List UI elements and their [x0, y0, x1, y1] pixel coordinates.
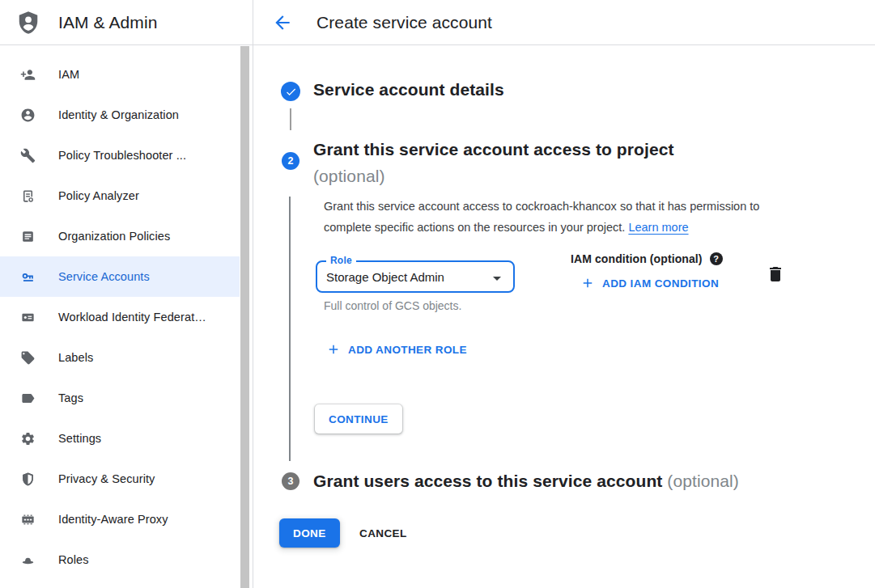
step1-title: Service account details [313, 80, 504, 99]
sidebar-item-labels[interactable]: Labels [0, 337, 240, 378]
sidebar-item-label: Tags [58, 391, 83, 404]
roles-hat-icon [19, 552, 36, 568]
sidebar-item-workload-identity-federat[interactable]: Workload Identity Federat… [0, 297, 240, 337]
header-divider [0, 44, 875, 45]
iap-icon [19, 511, 36, 527]
back-arrow-icon[interactable] [271, 11, 294, 34]
sidebar-item-label: Service Accounts [58, 270, 150, 283]
shield-half-icon [19, 471, 36, 487]
sidebar-item-iam[interactable]: IAM [0, 54, 240, 95]
step-connector [290, 108, 291, 130]
sidebar-scrollbar[interactable] [240, 46, 251, 588]
sidebar-item-policy-analyzer[interactable]: Policy Analyzer [0, 176, 240, 216]
sidebar-item-label: Policy Troubleshooter ... [58, 149, 186, 162]
sidebar-item-label: Settings [58, 432, 101, 445]
step2-title-text: Grant this service account access to pro… [313, 136, 767, 163]
sidebar-item-organization-policies[interactable]: Organization Policies [0, 216, 240, 256]
workload-identity-icon [19, 309, 36, 325]
sidebar-header: IAM & Admin [0, 0, 253, 44]
iam-admin-console: IAM & Admin Create service account IAMId… [0, 0, 875, 588]
plus-icon [326, 342, 341, 357]
delete-role-button[interactable] [766, 264, 785, 284]
sidebar-item-label: Identity & Organization [58, 108, 179, 121]
step2-description: Grant this service account access to coc… [324, 197, 800, 238]
person-circle-icon [19, 107, 36, 123]
sidebar-nav: IAMIdentity & OrganizationPolicy Trouble… [0, 54, 240, 580]
service-accounts-icon [19, 269, 36, 285]
plus-icon [580, 276, 595, 290]
sidebar-item-label: Workload Identity Federat… [58, 311, 206, 324]
sidebar-item-tags[interactable]: Tags [0, 378, 240, 418]
continue-button[interactable]: CONTINUE [315, 404, 402, 434]
iam-condition-label: IAM condition (optional) [571, 252, 703, 265]
sidebar-item-roles[interactable]: Roles [0, 539, 240, 580]
wrench-icon [19, 147, 36, 163]
help-icon[interactable]: ? [710, 252, 723, 265]
done-button[interactable]: DONE [279, 518, 340, 548]
role-helper-text: Full control of GCS objects. [324, 299, 461, 312]
label-icon [19, 349, 36, 366]
trash-icon [766, 264, 785, 284]
role-selected-value: Storage Object Admin [326, 270, 444, 284]
sidebar-item-service-accounts[interactable]: Service Accounts [0, 256, 240, 297]
sidebar-item-label: Identity-Aware Proxy [58, 513, 168, 526]
step2-title: Grant this service account access to pro… [313, 136, 767, 189]
sidebar-item-identity-organization[interactable]: Identity & Organization [0, 95, 240, 135]
sidebar-item-identity-aware-proxy[interactable]: Identity-Aware Proxy [0, 499, 240, 539]
org-policies-icon [19, 228, 36, 244]
product-title: IAM & Admin [58, 13, 157, 32]
page-header: Create service account [253, 0, 875, 44]
page-title: Create service account [316, 13, 492, 32]
sidebar-item-label: Privacy & Security [58, 472, 155, 485]
sidebar-item-privacy-security[interactable]: Privacy & Security [0, 459, 240, 499]
learn-more-link[interactable]: Learn more [628, 221, 688, 234]
step1-complete-badge [281, 82, 300, 101]
sidebar-item-label: Organization Policies [58, 230, 170, 243]
sidebar-item-label: Policy Analyzer [58, 189, 139, 202]
sidebar-item-settings[interactable]: Settings [0, 418, 240, 459]
iam-condition-row: IAM condition (optional) ? [571, 252, 723, 265]
cancel-button[interactable]: CANCEL [350, 518, 417, 548]
sidebar-item-policy-troubleshooter[interactable]: Policy Troubleshooter ... [0, 135, 240, 176]
dropdown-arrow-icon [487, 269, 507, 288]
role-select[interactable]: Role Storage Object Admin [316, 260, 515, 293]
add-iam-condition-button[interactable]: ADD IAM CONDITION [580, 276, 719, 290]
sidebar-item-label: Roles [58, 553, 89, 566]
step3-title: Grant users access to this service accou… [313, 470, 864, 493]
checkmark-icon [285, 86, 297, 98]
iam-shield-logo-icon [16, 10, 40, 36]
sidebar-divider [253, 0, 253, 588]
role-field-label: Role [326, 255, 356, 266]
person-add-icon [19, 66, 36, 82]
step3-optional-text: (optional) [667, 472, 739, 490]
gear-icon [19, 430, 36, 446]
step2-number-badge: 2 [282, 152, 299, 170]
add-another-role-button[interactable]: ADD ANOTHER ROLE [326, 342, 467, 357]
sidebar-item-label: Labels [58, 351, 93, 364]
policy-analyzer-icon [19, 188, 36, 204]
sidebar-item-label: IAM [58, 68, 79, 81]
step-connector [289, 197, 291, 461]
step3-number-badge: 3 [282, 472, 299, 490]
step2-optional-text: (optional) [313, 163, 767, 189]
tag-arrow-icon [19, 390, 36, 406]
